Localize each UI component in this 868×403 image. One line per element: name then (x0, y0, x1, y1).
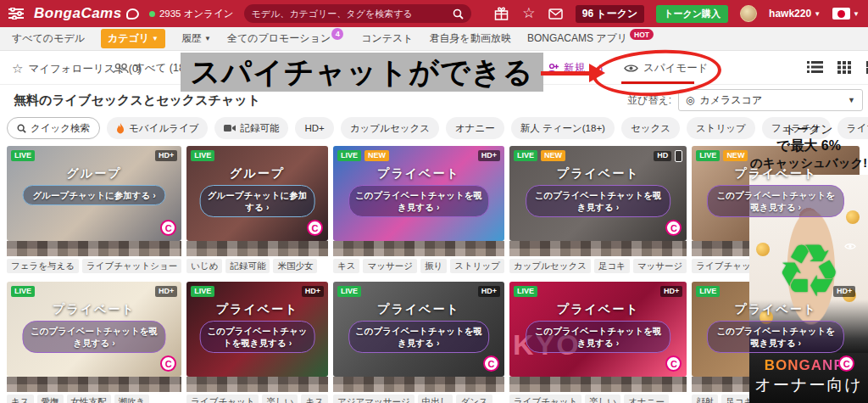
join-chat-button[interactable]: このプライベートチャットを覗き見する › (23, 321, 166, 353)
gift-icon[interactable] (494, 7, 509, 20)
model-tag[interactable]: 足コキ (594, 259, 630, 273)
model-tag[interactable]: 振り (420, 259, 447, 273)
bongacams-logo[interactable]: BongaCams (34, 5, 139, 22)
join-chat-button[interactable]: グループチャットに参加する › (199, 185, 315, 217)
chat-type-label: プライベート (509, 166, 687, 182)
nav-app[interactable]: BONGACAMS アプリHOT (527, 31, 654, 46)
new-badge: NEW (364, 150, 389, 161)
list-view-icon[interactable] (807, 60, 823, 74)
cam-card[interactable]: LIVENEWHDプライベートこのプライベートチャットを覗き見する ›Cカップル… (509, 146, 687, 273)
nav-all-models[interactable]: すべてのモデル (12, 31, 85, 46)
model-tag[interactable]: 中出し (418, 395, 453, 403)
model-tag[interactable]: キス (7, 395, 34, 403)
favorites-star-icon[interactable]: ☆ (521, 6, 537, 21)
filter-chip-recordable[interactable]: 記録可能 (214, 117, 288, 139)
star-icon: ☆ (12, 61, 23, 76)
coin-icon (756, 243, 770, 256)
join-chat-button[interactable]: このプライベートチャットを覗き見する › (199, 321, 315, 353)
video-camera-icon (224, 124, 236, 132)
model-tag[interactable]: キス (333, 259, 360, 273)
filter-chip-solo[interactable]: オナニー (446, 117, 504, 139)
users-icon (113, 63, 129, 74)
model-tag[interactable]: 愛撫 (37, 395, 64, 403)
model-tag[interactable]: ライブチャットショー (82, 259, 181, 273)
model-tag[interactable]: マッサージ (633, 259, 687, 273)
model-tag[interactable]: マッサージ (363, 259, 416, 273)
cam-thumbnail[interactable]: LIVEHD+グループグループチャットに参加する ›C (7, 146, 181, 241)
model-tag[interactable]: 記録可能 (225, 259, 270, 273)
join-chat-button[interactable]: このプライベートチャットを覗き見する › (348, 321, 489, 353)
filter-chip-mobile-live[interactable]: モバイルライブ (107, 117, 208, 139)
annotation-label: スパイチャットができる (181, 53, 543, 92)
cam-thumbnail[interactable]: LIVENEWHD+プライベートこのプライベートチャットを覗き見する › (333, 146, 504, 241)
messages-envelope-icon[interactable] (548, 8, 564, 20)
cam-card[interactable]: LIVEHD+グループグループチャットに参加する ›Cフェラを与えるライブチャッ… (7, 146, 181, 273)
search-bar[interactable] (244, 4, 471, 23)
cam-thumbnail[interactable]: LIVENEWHDプライベートこのプライベートチャットを覗き見する ›C (509, 146, 687, 241)
model-tag[interactable]: アジアマッサージ (333, 395, 415, 403)
model-tag[interactable]: キス (301, 395, 328, 403)
cam-thumbnail[interactable]: LIVEHD+プライベートこのプライベートチャットを覗き見する ›C (333, 282, 504, 377)
censored-model-name (7, 377, 181, 392)
model-tag[interactable]: 潮吹き (114, 395, 150, 403)
cam-thumbnail[interactable]: LIVEグループグループチャットに参加する ›C (186, 146, 328, 241)
token-balance-badge[interactable]: 96 トークン (576, 5, 645, 23)
model-tag[interactable]: カップルセックス (509, 259, 591, 273)
nav-broadcast-yourself[interactable]: 君自身を動画放映 (430, 31, 511, 46)
language-selector[interactable]: ▼ (832, 8, 860, 20)
join-chat-button[interactable]: このプライベートチャットを覗き見する › (526, 185, 671, 217)
filter-chip-new-teen[interactable]: 新人 ティーン(18+) (511, 117, 615, 139)
join-chat-button[interactable]: このプライベートチャットを覗き見する › (348, 185, 489, 217)
join-chat-button[interactable]: グループチャットに参加する › (23, 185, 166, 205)
ad-line-2: で最大 6% (749, 137, 868, 155)
censored-model-name (186, 241, 328, 256)
search-icon[interactable] (453, 8, 464, 20)
sort-select[interactable]: ◎ カメラスコア ▼ (678, 89, 863, 111)
user-avatar[interactable] (740, 5, 757, 22)
nav-promotions[interactable]: 全てのプロモーション4 (227, 31, 345, 46)
model-tag[interactable]: 楽しい (585, 395, 620, 403)
filter-chip-sex[interactable]: セックス (621, 117, 680, 139)
model-tag[interactable]: ダンス (456, 395, 492, 403)
tab-all[interactable]: すべて (187 (113, 61, 191, 76)
nav-contests[interactable]: コンテスト (361, 31, 413, 46)
model-tag[interactable]: フェラを与える (7, 259, 79, 273)
model-tag[interactable]: ライブチャット (186, 395, 259, 403)
model-tag[interactable]: 楽しい (262, 395, 298, 403)
cam-thumbnail[interactable]: LIVEHD+プライベートこのプライベートチャットを覗き見する › (186, 282, 328, 377)
search-input[interactable] (252, 8, 448, 19)
model-tag[interactable]: ライブチャット (509, 395, 581, 403)
filter-chip-hd[interactable]: HD+ (295, 117, 333, 139)
join-chat-button[interactable]: このプライベートチャットを覗き見する › (526, 321, 671, 353)
model-tag[interactable]: 女性支配 (67, 395, 111, 403)
bongacams-c-icon: C (665, 355, 682, 372)
hd-badge: HD+ (833, 286, 855, 297)
cam-thumbnail[interactable]: KYOLIVEHD+プライベートこのプライベートチャットを覗き見する ›C (509, 282, 687, 377)
grid-view-icon[interactable] (837, 60, 852, 74)
buy-tokens-button[interactable]: トークン購入 (656, 5, 728, 23)
username-menu[interactable]: hawk220▼ (769, 8, 821, 20)
filter-chip-couple[interactable]: カップルセックス (341, 117, 439, 139)
cam-card[interactable]: KYOLIVEHD+プライベートこのプライベートチャットを覗き見する ›Cライブ… (509, 282, 687, 403)
filter-sliders-icon[interactable] (8, 8, 24, 20)
cam-card[interactable]: LIVEHD+プライベートこのプライベートチャットを覗き見する ›ライブチャット… (186, 282, 328, 403)
filter-chips-row: クイック検索 モバイルライブ 記録可能 HD+ カップルセックス オナニー 新人… (0, 115, 749, 144)
quick-search-chip[interactable]: クイック検索 (7, 117, 100, 139)
cam-card[interactable]: LIVEグループグループチャットに参加する ›Cいじめ記録可能米国少女 (186, 146, 328, 273)
nav-history[interactable]: 履歴▼ (181, 31, 211, 46)
cam-thumbnail[interactable]: LIVEHD+プライベートこのプライベートチャットを覗き見する ›C (7, 282, 181, 377)
filter-chip-strip[interactable]: ストリップ (687, 117, 755, 139)
join-chat-button[interactable]: このプライベートチャットを覗き見する › (707, 321, 844, 353)
model-tag[interactable]: いじめ (186, 259, 222, 273)
cam-card[interactable]: LIVENEWHD+プライベートこのプライベートチャットを覗き見する ›キスマッ… (333, 146, 504, 273)
cam-card[interactable]: LIVEHD+プライベートこのプライベートチャットを覗き見する ›Cキス愛撫女性… (7, 282, 181, 403)
cam-card[interactable]: LIVEHD+プライベートこのプライベートチャットを覗き見する ›Cアジアマッサ… (333, 282, 504, 403)
hot-badge: HOT (630, 29, 654, 40)
nav-categories[interactable]: カテゴリ▼ (101, 29, 165, 48)
model-tag[interactable]: 顔射 (692, 395, 718, 403)
coin-icon (846, 210, 860, 224)
model-tag[interactable]: オナニー (624, 395, 669, 403)
model-tag[interactable]: ストリップ (450, 259, 504, 273)
join-chat-button[interactable]: このプライベートチャットを覗き見する › (707, 185, 844, 217)
model-tag[interactable]: 米国少女 (273, 259, 317, 273)
